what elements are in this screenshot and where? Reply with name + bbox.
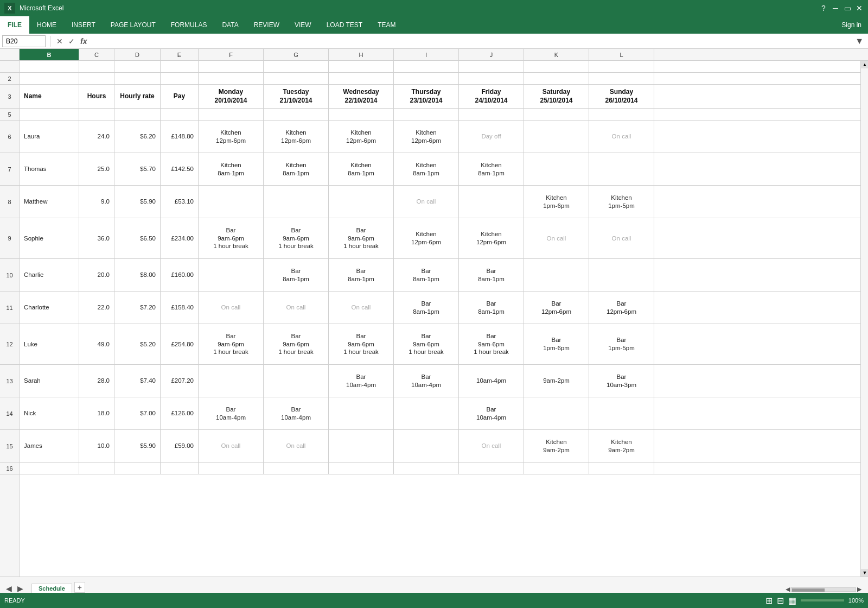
cell-james-rate[interactable]: $5.90 <box>114 430 161 462</box>
cell-charlotte-sat[interactable]: Bar12pm-6pm <box>524 292 589 324</box>
cell-nick-rate[interactable]: $7.00 <box>114 397 161 429</box>
cell-laura-mon[interactable]: Kitchen12pm-6pm <box>199 121 264 153</box>
cell-nick-fri[interactable]: Bar10am-4pm <box>459 397 524 429</box>
cell-f5[interactable] <box>199 109 264 120</box>
cell-charlie-rate[interactable]: $8.00 <box>114 259 161 291</box>
cell-k5[interactable] <box>524 109 589 120</box>
cell-luke-fri[interactable]: Bar9am-6pm1 hour break <box>459 324 524 364</box>
cell-charlie-fri[interactable]: Bar8am-1pm <box>459 259 524 291</box>
cell-matthew-wed[interactable] <box>329 186 394 218</box>
cell-pay-header[interactable]: Pay <box>161 85 199 108</box>
cell-sophie-sat[interactable]: On call <box>524 218 589 258</box>
signin-button[interactable]: Sign in <box>835 16 868 34</box>
cell-laura-hours[interactable]: 24.0 <box>79 121 114 153</box>
cell-luke-hours[interactable]: 49.0 <box>79 324 114 364</box>
add-sheet-btn[interactable]: + <box>74 582 85 593</box>
cell-j2[interactable] <box>459 73 524 84</box>
cell-l16[interactable] <box>589 463 654 474</box>
tab-insert[interactable]: INSERT <box>64 16 103 34</box>
cell-thomas-mon[interactable]: Kitchen8am-1pm <box>199 153 264 185</box>
cell-h1[interactable] <box>329 61 394 72</box>
sheet-tab-schedule[interactable]: Schedule <box>31 584 72 593</box>
cell-sophie-pay[interactable]: £234.00 <box>161 218 199 258</box>
cell-matthew-pay[interactable]: £53.10 <box>161 186 199 218</box>
cell-luke-mon[interactable]: Bar9am-6pm1 hour break <box>199 324 264 364</box>
cell-sophie-wed[interactable]: Bar9am-6pm1 hour break <box>329 218 394 258</box>
cell-laura-fri[interactable]: Day off <box>459 121 524 153</box>
sheet-scroll-right[interactable]: ▶ <box>857 586 861 593</box>
zoom-slider[interactable] <box>801 599 844 601</box>
col-header-e[interactable]: E <box>161 49 199 60</box>
cell-k1[interactable] <box>524 61 589 72</box>
view-normal-btn[interactable]: ⊞ <box>765 596 773 606</box>
cell-charlie-mon[interactable] <box>199 259 264 291</box>
cell-luke-thu[interactable]: Bar9am-6pm1 hour break <box>394 324 459 364</box>
cell-laura-thu[interactable]: Kitchen12pm-6pm <box>394 121 459 153</box>
scroll-track-v[interactable] <box>861 68 868 569</box>
tab-view[interactable]: VIEW <box>287 16 319 34</box>
cell-sarah-tue[interactable] <box>264 365 329 397</box>
cell-sarah-wed[interactable]: Bar10am-4pm <box>329 365 394 397</box>
cell-thomas-sun[interactable] <box>589 153 654 185</box>
cell-c5[interactable] <box>79 109 114 120</box>
cell-nick-tue[interactable]: Bar10am-4pm <box>264 397 329 429</box>
cell-l2[interactable] <box>589 73 654 84</box>
cell-sarah-mon[interactable] <box>199 365 264 397</box>
cell-sarah-hours[interactable]: 28.0 <box>79 365 114 397</box>
cell-j16[interactable] <box>459 463 524 474</box>
cell-i16[interactable] <box>394 463 459 474</box>
cell-c2[interactable] <box>79 73 114 84</box>
col-header-j[interactable]: J <box>459 49 524 60</box>
restore-btn[interactable]: ▭ <box>843 4 852 12</box>
vertical-scrollbar[interactable]: ▲ ▼ <box>860 61 868 577</box>
cell-j5[interactable] <box>459 109 524 120</box>
cell-sunday-header[interactable]: Sunday 26/10/2014 <box>589 85 654 108</box>
cell-matthew-sun[interactable]: Kitchen1pm-5pm <box>589 186 654 218</box>
cell-b2[interactable] <box>20 73 79 84</box>
formula-expand-btn[interactable]: ▼ <box>853 36 866 46</box>
cell-charlotte-sun[interactable]: Bar12pm-6pm <box>589 292 654 324</box>
cell-thomas-sat[interactable] <box>524 153 589 185</box>
cell-charlotte-name[interactable]: Charlotte <box>20 292 79 324</box>
cell-nick-mon[interactable]: Bar10am-4pm <box>199 397 264 429</box>
cell-i1[interactable] <box>394 61 459 72</box>
cell-charlotte-tue[interactable]: On call <box>264 292 329 324</box>
cell-james-hours[interactable]: 10.0 <box>79 430 114 462</box>
cell-charlotte-wed[interactable]: On call <box>329 292 394 324</box>
cell-monday-header[interactable]: Monday 20/10/2014 <box>199 85 264 108</box>
cell-charlie-hours[interactable]: 20.0 <box>79 259 114 291</box>
cell-f16[interactable] <box>199 463 264 474</box>
cell-charlie-wed[interactable]: Bar8am-1pm <box>329 259 394 291</box>
cell-charlotte-thu[interactable]: Bar8am-1pm <box>394 292 459 324</box>
cell-e16[interactable] <box>161 463 199 474</box>
cell-sophie-tue[interactable]: Bar9am-6pm1 hour break <box>264 218 329 258</box>
cell-luke-sun[interactable]: Bar1pm-5pm <box>589 324 654 364</box>
cell-matthew-thu[interactable]: On call <box>394 186 459 218</box>
minimize-btn[interactable]: ─ <box>831 4 840 12</box>
view-layout-btn[interactable]: ⊟ <box>777 596 784 606</box>
col-header-g[interactable]: G <box>264 49 329 60</box>
cell-charlotte-hours[interactable]: 22.0 <box>79 292 114 324</box>
cell-sarah-pay[interactable]: £207.20 <box>161 365 199 397</box>
cell-d5[interactable] <box>114 109 161 120</box>
tab-home[interactable]: HOME <box>29 16 64 34</box>
cell-tuesday-header[interactable]: Tuesday 21/10/2014 <box>264 85 329 108</box>
cell-thomas-rate[interactable]: $5.70 <box>114 153 161 185</box>
cell-d1[interactable] <box>114 61 161 72</box>
cell-luke-wed[interactable]: Bar9am-6pm1 hour break <box>329 324 394 364</box>
horizontal-scroll-thumb[interactable] <box>792 588 825 592</box>
cell-james-fri[interactable]: On call <box>459 430 524 462</box>
cell-g2[interactable] <box>264 73 329 84</box>
cell-charlotte-mon[interactable]: On call <box>199 292 264 324</box>
cell-f1[interactable] <box>199 61 264 72</box>
col-header-k[interactable]: K <box>524 49 589 60</box>
cell-laura-name[interactable]: Laura <box>20 121 79 153</box>
cell-sophie-hours[interactable]: 36.0 <box>79 218 114 258</box>
scroll-down-btn[interactable]: ▼ <box>861 569 868 577</box>
cell-nick-sat[interactable] <box>524 397 589 429</box>
cell-thomas-name[interactable]: Thomas <box>20 153 79 185</box>
cell-charlie-pay[interactable]: £160.00 <box>161 259 199 291</box>
cell-charlotte-rate[interactable]: $7.20 <box>114 292 161 324</box>
cell-d16[interactable] <box>114 463 161 474</box>
cell-nick-thu[interactable] <box>394 397 459 429</box>
